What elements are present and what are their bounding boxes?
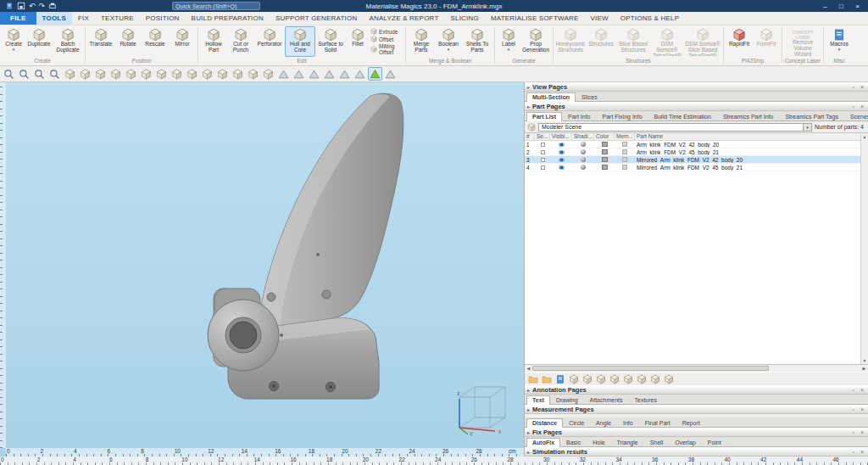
zoom-in-icon[interactable] bbox=[17, 67, 31, 81]
close-icon[interactable]: × bbox=[859, 449, 865, 455]
select-checkbox[interactable] bbox=[541, 165, 545, 170]
scene-selector[interactable]: Modeler Scene ▾ bbox=[538, 123, 812, 132]
tab-distance[interactable]: Distance bbox=[526, 418, 563, 428]
shaded-view-icon[interactable] bbox=[215, 67, 230, 81]
visible-icon[interactable] bbox=[559, 150, 565, 154]
part-row-3[interactable]: 3 Mirrored_Arm_klink_FDM_V2_42_body_20 bbox=[525, 156, 868, 164]
tab-scenes[interactable]: Scenes bbox=[844, 112, 868, 120]
bottom-view-icon[interactable] bbox=[185, 67, 199, 81]
simulation-results-header[interactable]: ▸ Simulation results ▫ × bbox=[525, 447, 868, 457]
tab-text[interactable]: Text bbox=[526, 395, 550, 405]
color-swatch[interactable] bbox=[602, 165, 608, 170]
app-icon[interactable] bbox=[5, 2, 14, 10]
tab-overlap[interactable]: Overlap bbox=[669, 438, 702, 446]
pin-icon[interactable]: ▫ bbox=[850, 406, 855, 412]
shading-icon[interactable] bbox=[581, 157, 586, 162]
select-checkbox[interactable] bbox=[541, 143, 545, 147]
prop-generation-button[interactable]: Prop Generation bbox=[520, 26, 551, 57]
extrude-button[interactable]: Extrude bbox=[370, 28, 403, 35]
rotate-view-icon[interactable] bbox=[78, 67, 92, 81]
mirror-button[interactable]: Mirror bbox=[169, 26, 196, 57]
part-model[interactable] bbox=[6, 82, 523, 448]
front-view-icon[interactable] bbox=[108, 67, 123, 81]
part-pages-header[interactable]: ▸ Part Pages ▫ × bbox=[525, 102, 868, 111]
tab-multi-section[interactable]: Multi-Section bbox=[526, 92, 576, 102]
scrollbar-thumb[interactable] bbox=[532, 366, 769, 371]
pin-icon[interactable]: ▫ bbox=[850, 449, 855, 455]
copy-part-icon[interactable] bbox=[554, 373, 566, 385]
menu-tab-texture[interactable]: TEXTURE bbox=[95, 12, 140, 25]
quick-search-input[interactable] bbox=[172, 2, 260, 10]
color-swatch[interactable] bbox=[602, 157, 608, 162]
visible-icon[interactable] bbox=[559, 165, 565, 170]
create-button[interactable]: Create▾ bbox=[2, 26, 25, 57]
tab-circle[interactable]: Circle bbox=[563, 418, 590, 427]
translate-button[interactable]: Translate bbox=[87, 26, 114, 57]
dsm-somos-tetrashell-button[interactable]: DSM Somos® TetraShell® bbox=[650, 26, 684, 57]
tab-angle[interactable]: Angle bbox=[590, 418, 617, 427]
scroll-right-icon[interactable]: ▶ bbox=[860, 366, 868, 371]
milling-offset-button[interactable]: Milling Offset bbox=[370, 43, 403, 55]
pin-icon[interactable]: ▫ bbox=[850, 104, 855, 109]
duplicate-part-icon[interactable] bbox=[568, 373, 580, 385]
menu-tab-support-generation[interactable]: SUPPORT GENERATION bbox=[270, 12, 364, 25]
close-icon[interactable]: × bbox=[859, 406, 865, 412]
remove-volume-wizard-button[interactable]: CONCEPT LASERRemove Volume Wizard bbox=[784, 26, 821, 57]
lock-part-icon[interactable] bbox=[636, 373, 648, 385]
honeycomb-structures-button[interactable]: Honeycomb Structures bbox=[555, 26, 586, 57]
tab-streamics-part-tags[interactable]: Streamics Part Tags bbox=[779, 112, 844, 120]
scroll-left-icon[interactable]: ◀ bbox=[525, 366, 532, 371]
right-view-icon[interactable] bbox=[154, 67, 169, 81]
label-button[interactable]: Label▾ bbox=[497, 26, 520, 57]
mark-triangle-icon[interactable] bbox=[276, 67, 291, 81]
vertical-scrollbar[interactable]: ▲ ▼ bbox=[860, 133, 868, 364]
color-swatch[interactable] bbox=[602, 142, 608, 147]
merge-parts-button[interactable]: Merge Parts bbox=[408, 26, 435, 57]
merge-selected-icon[interactable] bbox=[581, 373, 593, 385]
scroll-down-icon[interactable]: ▼ bbox=[863, 358, 867, 363]
save-icon[interactable] bbox=[17, 2, 25, 10]
menu-tab-materialise-software[interactable]: MATERIALISE SOFTWARE bbox=[485, 12, 585, 25]
horizontal-scrollbar[interactable]: ◀ ▶ bbox=[525, 364, 868, 372]
shells-to-parts-button[interactable]: Shells To Parts bbox=[462, 26, 492, 57]
slice-based-structures-button[interactable]: Slice Based Structures bbox=[616, 26, 650, 57]
chevron-down-icon[interactable]: ▾ bbox=[803, 124, 811, 131]
rotate-button[interactable]: Rotate bbox=[114, 26, 142, 57]
tab-shell[interactable]: Shell bbox=[644, 438, 670, 446]
undo-icon[interactable]: ↶ bbox=[29, 2, 36, 10]
home-view-icon[interactable] bbox=[93, 67, 108, 81]
color-swatch[interactable] bbox=[602, 149, 608, 154]
close-icon[interactable]: × bbox=[859, 387, 865, 393]
menu-tab-slicing[interactable]: SLICING bbox=[445, 12, 485, 25]
iso-view-icon[interactable] bbox=[200, 67, 214, 81]
minimize-button[interactable]: – bbox=[818, 2, 832, 11]
menu-tab-build-preparation[interactable]: BUILD PREPARATION bbox=[186, 12, 270, 25]
unmark-all-icon[interactable] bbox=[353, 67, 367, 81]
mark-plane-icon[interactable] bbox=[292, 67, 306, 81]
pin-icon[interactable]: ▫ bbox=[850, 387, 855, 393]
tab-report[interactable]: Report bbox=[676, 418, 706, 427]
tab-final-part[interactable]: Final Part bbox=[639, 418, 676, 427]
tab-build-time-estimation[interactable]: Build Time Estimation bbox=[648, 112, 717, 120]
export-part-icon[interactable] bbox=[541, 373, 553, 385]
shading-icon[interactable] bbox=[581, 142, 586, 147]
rapidfit-button[interactable]: RapidFit bbox=[726, 26, 753, 57]
visible-icon[interactable] bbox=[559, 158, 565, 162]
part-row-2[interactable]: 2 Arm_klink_FDM_V2_45_body_21 bbox=[525, 148, 868, 156]
measurement-icon[interactable] bbox=[383, 67, 398, 81]
rescale-button[interactable]: Rescale bbox=[142, 26, 169, 57]
menu-tab-tools[interactable]: TOOLS bbox=[36, 12, 72, 25]
close-icon[interactable]: × bbox=[859, 104, 865, 109]
cut-or-punch-button[interactable]: Cut or Punch bbox=[227, 26, 254, 57]
tab-textures[interactable]: Textures bbox=[628, 395, 662, 404]
part-row-1[interactable]: 1 Arm_klink_FDM_V2_42_body_20 bbox=[525, 141, 868, 148]
select-checkbox[interactable] bbox=[541, 150, 545, 154]
part-info-icon[interactable] bbox=[649, 373, 661, 385]
macros-button[interactable]: Macros▾ bbox=[826, 26, 853, 57]
tab-part-fixing-info[interactable]: Part Fixing Info bbox=[596, 112, 648, 120]
menu-tab-analyze-report[interactable]: ANALYZE & REPORT bbox=[363, 12, 444, 25]
measurement-pages-header[interactable]: ▸ Measurement Pages ▫ × bbox=[525, 405, 868, 414]
dsm-somos-slice-based-tetrashell-button[interactable]: DSM Somos® Slice Based TetraShell® bbox=[684, 26, 721, 57]
boolean-button[interactable]: Boolean▾ bbox=[435, 26, 462, 57]
tab-autofix[interactable]: AutoFix bbox=[526, 438, 560, 447]
